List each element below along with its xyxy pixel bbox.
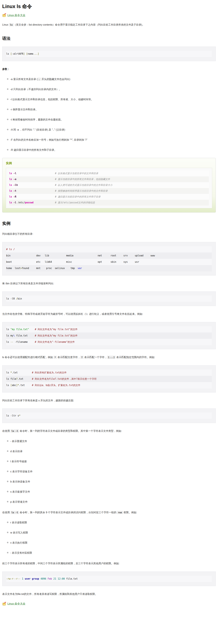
list-item: -a 显示所有文件及目录 (. 开头的隐藏文件也会列出) [7, 77, 216, 82]
example-box: 实例 ls -l # 以长格式显示当前目录中的文件和目录ls -a # 显示当前… [2, 158, 216, 212]
bottom-nav-link-row: Linux 命令大全 [2, 602, 216, 606]
root-listing-code-block: # ls /bin dev lib media net root srv upl… [2, 242, 216, 276]
s-files-intro: 列出目前工作目录下所有名称是 s 开头的文件，越新的排越后面: [2, 398, 216, 403]
code-line: ls "my file.txt" # 列出文件名为"my file.txt"的文… [6, 326, 212, 332]
inline-code: ls -l [11, 511, 19, 514]
list-item: - 表示没有对应权限 [7, 551, 216, 555]
permission-groups-intro: 前三个字符表示所有者的权限，中间三个字符表示所属组的权限，后三个字符表示其他用户… [2, 561, 216, 566]
list-item: w 表示写入权限 [7, 530, 216, 535]
escape-intro: 当文件名包含空格、特殊字符或者开始字符为破折号时，可以使用反斜杠（\）进行转义，… [2, 311, 216, 317]
s-files-code-block: ls -ltr s* [2, 408, 216, 423]
list-item: -F 在列出的文件名称后加一符号；例如可执行档则加 "*", 目录则加 "/" [7, 138, 216, 142]
code-line: ls [-alrtAFR] [name...] [6, 51, 212, 57]
code-line: ls -lR /bin [6, 296, 212, 302]
code-line: ls -- -filename # 列出文件名为"-filename"的文件 [6, 339, 212, 345]
inline-code: [...] [107, 356, 116, 359]
code-line: # ls / [6, 246, 212, 252]
code-line: -rw-r--r-- 1 user group 4096 Feb 21 12:0… [6, 576, 212, 582]
inline-code: ? [80, 356, 83, 359]
list-item: -l 以长格式显示文件和目录信息，包括权限、所有者、大小、创建时间等。 [7, 97, 216, 102]
permissions-intro: 在使用 ls -l 命令时，第一列的其余 9 个字符表示文件或目录的访问权限，分… [2, 510, 216, 515]
file-types-intro: 在使用 ls -l 命令时，第一列的字符表示文件或目录的类型和权限。其中第一个字… [2, 428, 216, 434]
inline-code: ls -l [11, 430, 19, 432]
example-box-code-block: ls -l # 以长格式显示当前目录中的文件和目录ls -a # 显示当前目录中… [6, 168, 212, 208]
code-line: boot etc lib64 misc opt sbin sys usr [6, 259, 212, 265]
linux-commands-link[interactable]: Linux 命令大全 [8, 602, 25, 606]
list-item: -d 只列出目录（不递归列出目录内的文件）。 [7, 87, 216, 92]
code-line: ls -ltr s* [6, 412, 212, 419]
inline-code: rwx [117, 511, 123, 514]
list-item: -t 将按照修改时间排序，最新的文件在最前面。 [7, 118, 216, 122]
code-line: ls -t # 按照修改时间排序显示当前目录中的文件和目录 [9, 188, 209, 194]
code-line: home lost+found mnt proc selinux tmp var [6, 265, 212, 272]
list-item: c 表示字符设备文件 [7, 470, 216, 474]
code-line: ls *.txt # 列出所有扩展名为.txt的文件 [6, 370, 212, 376]
root-listing-intro: 列出根目录(\)下的所有目录: [2, 231, 216, 237]
permissions-list: r 表示读取权限w 表示写入权限x 表示执行权限- 表示没有对应权限 [2, 520, 216, 555]
list-item: - 表示普通文件 [7, 439, 216, 444]
page: Linux ls 命令 Linux 命令大全 Linux ls（英文全拼：lis… [0, 0, 218, 614]
list-item: r 表示读取权限 [7, 520, 216, 525]
bin-code-block: ls -lR /bin [2, 292, 216, 306]
linux-commands-link[interactable]: Linux 命令大全 [8, 14, 25, 17]
list-item: p 表示管道文件 [7, 500, 216, 504]
final-explanation: 表示文件名为file.txt的文件，所有者具有读写权限，所属组和其他用户只有读取… [2, 592, 216, 597]
inline-code: * [54, 356, 57, 359]
section-heading-examples: 实例 [2, 221, 216, 226]
inline-code: ls [9, 23, 14, 26]
bin-listing-intro: 将 /bin 目录以下所有目录及文件详细资料列出: [2, 281, 216, 286]
code-line: bin dev lib media net root srv upload ww… [6, 252, 212, 259]
wildcard-code-block: ls *.txt # 列出所有扩展名为.txt的文件ls file?.txt #… [2, 365, 216, 392]
code-line: ls my\ file.txt # 列出文件名为"my file.txt"的文件 [6, 332, 212, 339]
permission-example-code-block: -rw-r--r-- 1 user group 4096 Feb 21 12:0… [2, 572, 216, 586]
inline-code: . [38, 78, 41, 81]
code-line: ls file?.txt # 列出文件名为file?.txt的文件，其中?表示任… [6, 376, 212, 382]
code-line: ls -a # 显示当前目录中的所有文件和目录，包括隐藏文件 [9, 176, 209, 182]
list-item: b 表示块设备文件 [7, 480, 216, 484]
list-item: l 表示符号链接 [7, 459, 216, 464]
list-item: -r 倒序显示文件和目录。 [7, 107, 216, 112]
code-line: ls -lh # 以人类可读的方式显示当前目录中的文件和目录大小 [9, 182, 209, 188]
list-item: d 表示目录 [7, 449, 216, 454]
code-line: ls -l /etc/passwd # 显示/etc/passwd文件的详细信息 [9, 200, 209, 206]
list-item: x 表示执行权限 [7, 540, 216, 545]
section-heading-syntax: 语法 [2, 36, 216, 41]
folder-up-arrow-icon [2, 13, 6, 17]
example-box-title: 实例 [6, 161, 212, 165]
page-title: Linux ls 命令 [2, 3, 216, 10]
escape-code-block: ls "my file.txt" # 列出文件名为"my file.txt"的文… [2, 322, 216, 349]
folder-up-arrow-icon [2, 602, 6, 606]
params-list: -a 显示所有文件及目录 (. 开头的隐藏文件也会列出)-d 只列出目录（不递归… [2, 77, 216, 152]
top-nav-link-row: Linux 命令大全 [2, 13, 216, 17]
wildcard-intro: ls 命令还可以使用通配符进行模式匹配，例如 * 表示匹配任意字符，? 表示匹配… [2, 354, 216, 360]
intro-paragraph: Linux ls（英文全拼：list directory contents）命令… [2, 22, 216, 28]
syntax-code-block: ls [-alrtAFR] [name...] [2, 46, 216, 61]
params-label: 参数 : [2, 66, 216, 72]
code-line: ls -l # 以长格式显示当前目录中的文件和目录 [9, 170, 209, 176]
list-item: -A 同 -a ，但不列出 "." (目前目录) 及 ".." (父目录) [7, 128, 216, 132]
list-item: -R 递归显示目录中的所有文件和子目录。 [7, 148, 216, 152]
code-line: ls -R # 递归显示当前目录中的所有文件和子目录 [9, 194, 209, 200]
code-line: ls [abc]*.txt # 列出以a、b或c开头、扩展名为.txt的文件 [6, 382, 212, 388]
file-types-list: - 表示普通文件d 表示目录l 表示符号链接c 表示字符设备文件b 表示块设备文… [2, 439, 216, 504]
list-item: s 表示套接字文件 [7, 490, 216, 494]
